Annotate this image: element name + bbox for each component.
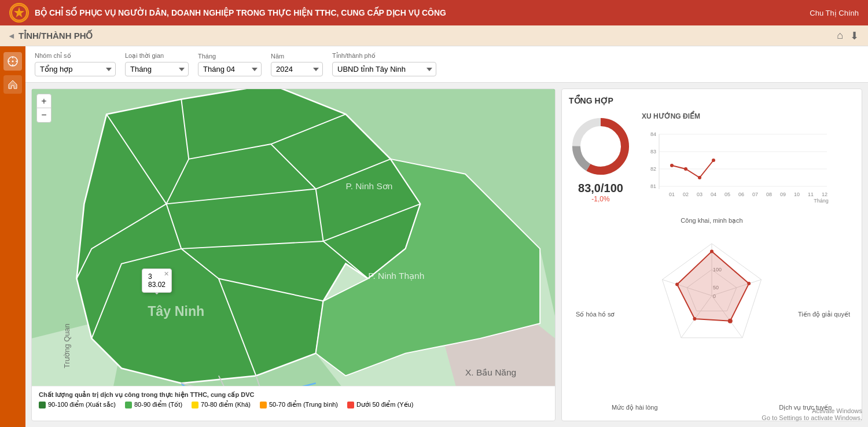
svg-text:Tây Ninh: Tây Ninh [148,304,204,319]
svg-text:04: 04 [711,192,716,197]
legend-label-0: 90-100 điểm (Xuất sắc) [48,401,116,408]
legend-label-1: 80-90 điểm (Tốt) [134,401,182,408]
line-chart: 84 83 82 81 01 02 03 04 05 06 07 [642,123,838,204]
filter-nam-select[interactable]: 2024 [271,62,323,76]
header-left: BỘ CHỈ SỐ PHỤC VỤ NGƯỜI DÂN, DOANH NGHIỆ… [9,3,446,23]
filter-loai-thoi-gian-select[interactable]: Tháng [125,62,189,76]
filter-nam-label: Năm [271,53,323,60]
svg-text:09: 09 [780,192,786,197]
right-panel-top: 83,0/100 -1,0% XU HƯỚNG ĐIỂM [569,112,855,205]
zoom-out-button[interactable]: − [37,108,51,122]
svg-point-50 [712,159,715,162]
svg-text:82: 82 [650,166,656,172]
svg-text:06: 06 [738,192,744,197]
legend-color-4 [347,402,354,408]
svg-point-48 [684,167,687,171]
filter-thang-select[interactable]: Tháng 04 [198,62,262,76]
legend-color-0 [39,402,46,408]
legend-item-2: 70-80 điểm (Khá) [192,401,251,408]
legend-items: 90-100 điểm (Xuất sắc) 80-90 điểm (Tốt) … [39,401,548,408]
svg-point-47 [670,164,674,167]
map-svg: P. Ninh Sơn P. Ninh Thạnh Tây Ninh X. Bầ… [32,89,555,386]
right-panel: TỔNG HỢP 83,0/100 [561,89,862,421]
legend-color-1 [125,402,132,408]
svg-text:08: 08 [766,192,772,197]
filter-bar: Nhóm chỉ số Tổng hợp Loại thời gian Thán… [25,46,868,83]
svg-text:11: 11 [808,192,814,197]
legend-color-3 [260,402,267,408]
svg-text:Trường Quan: Trường Quan [62,323,71,368]
svg-point-49 [698,176,701,179]
svg-text:10: 10 [794,192,800,197]
zoom-in-button[interactable]: + [37,94,51,108]
svg-text:81: 81 [650,183,656,189]
filter-tinh-label: Tỉnh/thành phố [332,52,436,60]
sidebar-icon-compass[interactable] [3,52,22,71]
breadcrumb-arrow[interactable]: ◂ [9,31,14,41]
main-layout: Nhóm chỉ số Tổng hợp Loại thời gian Thán… [0,46,868,427]
donut-section: 83,0/100 -1,0% [569,115,632,203]
svg-text:84: 84 [650,131,656,137]
tooltip-line1: 3 [148,273,165,281]
svg-text:12: 12 [822,192,827,197]
line-chart-title: XU HƯỚNG ĐIỂM [642,112,855,120]
filter-thang-label: Tháng [198,53,262,60]
sidebar-icon-home[interactable] [3,75,22,94]
tooltip-line2: 83.02 [148,281,165,289]
legend-item-0: 90-100 điểm (Xuất sắc) [39,401,116,408]
header-actions: ⌂ ⬇ [837,30,859,42]
filter-loai-thoi-gian: Loại thời gian Tháng [125,52,189,76]
breadcrumb: ◂ TỈNH/THÀNH PHỐ [9,31,93,41]
donut-score: 83,0/100 [578,182,623,195]
radar-label-left: Số hóa hồ sơ [576,311,615,318]
filter-nam: Năm 2024 [271,53,323,76]
filter-tinh: Tỉnh/thành phố UBND tỉnh Tây Ninh [332,52,436,76]
legend-label-2: 70-80 điểm (Khá) [201,401,251,408]
radar-label-bottom-left: Mức độ hài lòng [612,404,657,411]
right-panel-title: TỔNG HỢP [569,96,855,105]
legend-color-2 [192,402,198,408]
radar-label-right: Tiến độ giải quyết [798,311,850,318]
main-panels: + − [25,83,868,427]
svg-point-63 [710,250,713,253]
svg-text:X. Bầu Năng: X. Bầu Năng [465,367,516,377]
content-area: Nhóm chỉ số Tổng hợp Loại thời gian Thán… [25,46,868,427]
header-user: Chu Thị Chính [810,9,859,17]
radar-chart: 100 50 0 [613,226,810,365]
download-icon[interactable]: ⬇ [850,30,859,42]
legend-title: Chất lượng quản trị dịch vụ công trong t… [39,391,548,399]
filter-nhom-chi-so-select[interactable]: Tổng hợp [35,62,116,76]
tooltip-close-button[interactable]: ✕ [164,270,169,278]
map-tooltip: ✕ 3 83.02 [142,268,172,293]
svg-marker-62 [677,252,749,321]
map-container[interactable]: + − [32,89,555,386]
windows-watermark: Activate Windows Go to Settings to activ… [762,407,862,421]
svg-text:83: 83 [650,149,656,154]
svg-text:01: 01 [669,192,675,197]
filter-nhom-chi-so: Nhóm chỉ số Tổng hợp [35,52,116,76]
watermark-line2: Go to Settings to activate Windows. [762,414,862,421]
svg-point-67 [675,283,679,286]
legend-label-3: 50-70 điểm (Trung bình) [269,401,338,408]
svg-text:P. Ninh Sơn: P. Ninh Sơn [345,181,392,191]
legend-item-3: 50-70 điểm (Trung bình) [260,401,338,408]
filter-loai-thoi-gian-label: Loại thời gian [125,52,189,60]
donut-chart [569,115,632,178]
svg-point-3 [12,61,14,62]
home-icon[interactable]: ⌂ [837,30,843,42]
svg-point-66 [693,317,696,321]
radar-section: Công khai, minh bạch Số hóa hồ sơ Tiến đ… [569,215,855,414]
svg-point-64 [747,282,751,285]
map-legend: Chất lượng quản trị dịch vụ công trong t… [32,386,555,413]
svg-text:05: 05 [724,192,730,197]
header-title: BỘ CHỈ SỐ PHỤC VỤ NGƯỜI DÂN, DOANH NGHIỆ… [35,8,446,17]
svg-text:07: 07 [752,192,758,197]
svg-text:Tháng: Tháng [814,198,829,204]
donut-change: -1,0% [591,195,609,203]
sidebar [0,46,25,427]
svg-text:P. Ninh Thạnh: P. Ninh Thạnh [368,271,424,281]
radar-label-top: Công khai, minh bạch [681,217,742,224]
svg-text:03: 03 [697,192,703,197]
legend-item-1: 80-90 điểm (Tốt) [125,401,182,408]
filter-tinh-select[interactable]: UBND tỉnh Tây Ninh [332,62,436,76]
